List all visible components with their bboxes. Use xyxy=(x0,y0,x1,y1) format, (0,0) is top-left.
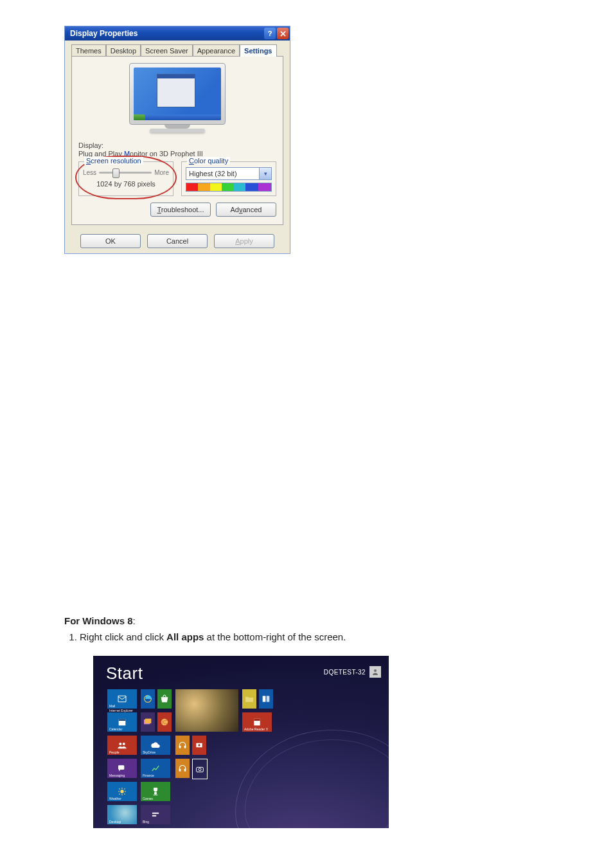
svg-rect-12 xyxy=(152,815,157,817)
tabstrip: Themes Desktop Screen Saver Appearance S… xyxy=(71,44,283,57)
store-icon xyxy=(159,694,170,704)
tile-sports[interactable] xyxy=(242,689,256,709)
headphones-icon xyxy=(177,740,188,750)
tile-adobe-reader[interactable]: Adobe Reader X xyxy=(242,712,272,732)
display-label: Display: xyxy=(78,141,276,149)
color-quality-combobox[interactable]: Highest (32 bit) ▾ xyxy=(186,167,272,180)
color-quality-value: Highest (32 bit) xyxy=(186,170,259,177)
tile-video[interactable] xyxy=(192,736,206,755)
trophy-icon xyxy=(150,786,161,797)
tile-mail[interactable]: Mail xyxy=(107,689,137,709)
bing-icon xyxy=(150,809,161,820)
svg-rect-11 xyxy=(152,813,159,814)
user-avatar-icon xyxy=(369,666,381,678)
help-button[interactable]: ? xyxy=(264,28,276,39)
tab-appearance[interactable]: Appearance xyxy=(193,44,240,57)
user-name: DQETEST-32 xyxy=(324,669,366,676)
globe-icon xyxy=(159,717,170,727)
svg-point-20 xyxy=(199,768,201,771)
video-icon xyxy=(194,740,204,750)
apply-button: Apply xyxy=(214,234,274,248)
finance-icon xyxy=(150,763,161,773)
close-icon xyxy=(280,31,286,37)
tile-skydrive[interactable]: SkyDrive xyxy=(141,736,170,755)
tile-photo-large[interactable] xyxy=(175,689,238,732)
tab-desktop[interactable]: Desktop xyxy=(106,44,141,57)
tile-music[interactable] xyxy=(175,736,190,755)
tab-screen-saver[interactable]: Screen Saver xyxy=(141,44,193,57)
tile-maps[interactable] xyxy=(157,712,172,732)
dialog-titlebar[interactable]: Display Properties ? xyxy=(65,26,290,41)
ok-button[interactable]: OK xyxy=(80,234,141,248)
headphones-icon xyxy=(177,763,188,773)
camera-icon xyxy=(195,764,205,774)
tile-photos[interactable] xyxy=(141,712,155,732)
monitor-preview xyxy=(78,63,276,140)
tab-themes[interactable]: Themes xyxy=(71,44,106,57)
advanced-button[interactable]: Advanced xyxy=(216,203,276,217)
cancel-button[interactable]: Cancel xyxy=(147,234,208,248)
tile-bing[interactable]: Bing xyxy=(141,805,170,824)
win8-heading: For Windows 8: xyxy=(64,614,475,629)
win8-step-1: Right click and click All apps at the bo… xyxy=(80,630,475,645)
screen-resolution-group: Screen resolution Less More 1024 by 768 … xyxy=(78,161,173,196)
ie-icon xyxy=(143,694,153,704)
photos-icon xyxy=(143,717,153,727)
screen-resolution-slider[interactable] xyxy=(99,172,152,174)
svg-point-16 xyxy=(198,744,200,746)
chevron-down-icon[interactable]: ▾ xyxy=(259,168,271,179)
folder-icon xyxy=(244,694,254,704)
svg-rect-14 xyxy=(184,746,186,748)
pdf-icon xyxy=(252,717,262,727)
svg-rect-21 xyxy=(263,696,266,701)
troubleshoot-button[interactable]: Troubleshoot... xyxy=(150,203,211,217)
reader-icon xyxy=(261,694,271,704)
color-quality-strip-icon xyxy=(186,183,272,192)
slider-more-label: More xyxy=(154,169,169,176)
start-label: Start xyxy=(106,664,143,683)
dialog-title: Display Properties xyxy=(70,29,138,38)
win8-start-screen: Start DQETEST-32 Mail Calendar P xyxy=(93,656,389,828)
tab-settings[interactable]: Settings xyxy=(240,44,276,57)
svg-rect-9 xyxy=(145,719,151,723)
color-quality-legend: Color quality xyxy=(187,157,230,165)
tile-games[interactable]: Games xyxy=(141,782,170,801)
svg-rect-13 xyxy=(179,746,181,748)
slider-less-label: Less xyxy=(83,169,96,176)
tile-store[interactable] xyxy=(157,689,172,709)
mail-icon xyxy=(117,694,127,704)
tile-news[interactable] xyxy=(175,759,190,778)
screen-resolution-legend: Screen resolution xyxy=(84,157,143,165)
tile-reader[interactable] xyxy=(259,689,273,709)
color-quality-group: Color quality Highest (32 bit) ▾ xyxy=(181,161,276,196)
settings-tab-panel: Display: Plug and Play Monitor on 3D Pro… xyxy=(71,56,283,225)
svg-rect-18 xyxy=(184,769,186,772)
win8-steps-list: Right click and click All apps at the bo… xyxy=(64,630,475,645)
cloud-icon xyxy=(150,740,161,750)
start-user[interactable]: DQETEST-32 xyxy=(324,666,381,678)
screen-resolution-value: 1024 by 768 pixels xyxy=(83,180,169,188)
svg-point-0 xyxy=(374,669,377,672)
tile-camera[interactable] xyxy=(192,759,208,779)
tile-finance[interactable]: Finance xyxy=(141,759,170,778)
display-properties-dialog: Display Properties ? Themes Desktop Scre… xyxy=(64,26,290,254)
slider-thumb-icon[interactable] xyxy=(112,168,120,178)
svg-rect-24 xyxy=(254,719,260,721)
close-button[interactable] xyxy=(277,28,289,39)
svg-point-10 xyxy=(161,719,168,726)
svg-rect-17 xyxy=(179,769,181,772)
tile-ie[interactable] xyxy=(141,689,155,709)
svg-rect-22 xyxy=(267,696,270,701)
